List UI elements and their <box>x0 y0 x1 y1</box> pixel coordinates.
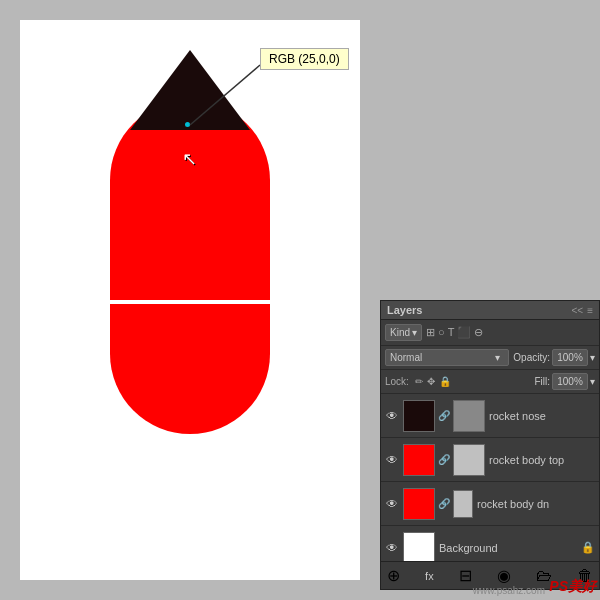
blend-mode-label: Normal <box>390 352 422 363</box>
color-tooltip: RGB (25,0,0) <box>260 48 349 70</box>
collapse-icon[interactable]: << <box>571 305 583 316</box>
filter-type-icon[interactable]: T <box>448 326 455 339</box>
fill-group: Fill: 100% ▾ <box>534 373 595 390</box>
filter-pixel-icon[interactable]: ⊞ <box>426 326 435 339</box>
layer-name-rocket-body-top: rocket body top <box>489 454 595 466</box>
fill-label: Fill: <box>534 376 550 387</box>
lock-label: Lock: <box>385 376 409 387</box>
filter-type-icons: ⊞ ○ T ⬛ ⊖ <box>426 326 483 339</box>
blend-mode-dropdown[interactable]: Normal ▾ <box>385 349 509 366</box>
layer-thumb-rocket-nose <box>403 400 435 432</box>
watermark-site: www.psahz.com <box>473 585 545 596</box>
layer-thumb-rocket-body-dn <box>403 488 435 520</box>
rocket-body-dn-shape <box>110 304 270 434</box>
layers-search-bar: Kind ▾ ⊞ ○ T ⬛ ⊖ <box>381 320 599 346</box>
fill-input[interactable]: 100% <box>552 373 588 390</box>
lock-pixels-icon[interactable]: ✏ <box>415 376 423 387</box>
layer-list: 👁 🔗 rocket nose 👁 🔗 rocket body top 👁 🔗 … <box>381 394 599 561</box>
new-group-icon[interactable]: ◉ <box>497 566 511 585</box>
layer-visibility-rocket-nose[interactable]: 👁 <box>385 409 399 423</box>
opacity-label: Opacity: <box>513 352 550 363</box>
filter-kind-label: Kind <box>390 327 410 338</box>
layer-visibility-background[interactable]: 👁 <box>385 541 399 555</box>
layers-panel-title: Layers <box>387 304 422 316</box>
layer-name-rocket-body-dn: rocket body dn <box>477 498 595 510</box>
canvas-white: ↖ RGB (25,0,0) <box>20 20 360 580</box>
layer-thumb-rocket-body-top <box>403 444 435 476</box>
fx-icon[interactable]: fx <box>425 570 434 582</box>
opacity-input[interactable]: 100% <box>552 349 588 366</box>
filter-kind-arrow: ▾ <box>412 327 417 338</box>
layer-name-rocket-nose: rocket nose <box>489 410 595 422</box>
filter-adjustment-icon[interactable]: ○ <box>438 326 445 339</box>
lock-icons-group: ✏ ✥ 🔒 <box>415 376 451 387</box>
layer-row-rocket-nose[interactable]: 👁 🔗 rocket nose <box>381 394 599 438</box>
lock-move-icon[interactable]: ✥ <box>427 376 435 387</box>
lock-all-icon[interactable]: 🔒 <box>439 376 451 387</box>
lock-fill-row: Lock: ✏ ✥ 🔒 Fill: 100% ▾ <box>381 370 599 394</box>
background-lock-icon: 🔒 <box>581 541 595 554</box>
layer-row-background[interactable]: 👁 Background 🔒 <box>381 526 599 561</box>
rocket-nose-shape <box>130 50 250 130</box>
link-layers-icon[interactable]: ⊕ <box>387 566 400 585</box>
layer-name-background: Background <box>439 542 577 554</box>
opacity-arrow: ▾ <box>590 352 595 363</box>
layer-visibility-rocket-body-top[interactable]: 👁 <box>385 453 399 467</box>
rocket-container <box>100 50 280 434</box>
panel-menu-icon[interactable]: ≡ <box>587 305 593 316</box>
layer-visibility-rocket-body-dn[interactable]: 👁 <box>385 497 399 511</box>
layer-link-rocket-nose[interactable]: 🔗 <box>439 409 449 423</box>
layer-thumb-background <box>403 532 435 562</box>
rocket-body-top-shape <box>110 100 270 300</box>
rocket-divider <box>108 300 273 304</box>
layer-mask-rocket-body-dn <box>453 490 473 518</box>
layer-mask-rocket-nose <box>453 400 485 432</box>
layer-row-rocket-body-dn[interactable]: 👁 🔗 rocket body dn <box>381 482 599 526</box>
blend-mode-arrow: ▾ <box>495 352 500 363</box>
layer-mask-rocket-body-top <box>453 444 485 476</box>
tooltip-text: RGB (25,0,0) <box>269 52 340 66</box>
filter-shape-icon[interactable]: ⬛ <box>457 326 471 339</box>
layer-row-rocket-body-top[interactable]: 👁 🔗 rocket body top <box>381 438 599 482</box>
filter-smart-icon[interactable]: ⊖ <box>474 326 483 339</box>
blend-opacity-row: Normal ▾ Opacity: 100% ▾ <box>381 346 599 370</box>
cyan-dot <box>185 122 190 127</box>
layers-panel: Layers << ≡ Kind ▾ ⊞ ○ T ⬛ ⊖ Normal ▾ Op… <box>380 300 600 590</box>
layer-link-rocket-body-top[interactable]: 🔗 <box>439 453 449 467</box>
filter-kind-dropdown[interactable]: Kind ▾ <box>385 324 422 341</box>
layer-link-rocket-body-dn[interactable]: 🔗 <box>439 497 449 511</box>
layers-title-bar: Layers << ≡ <box>381 301 599 320</box>
layers-title-icons: << ≡ <box>571 305 593 316</box>
fill-arrow: ▾ <box>590 376 595 387</box>
add-mask-icon[interactable]: ⊟ <box>459 566 472 585</box>
watermark-brand: PS美好 <box>549 578 596 596</box>
opacity-group: Opacity: 100% ▾ <box>513 349 595 366</box>
